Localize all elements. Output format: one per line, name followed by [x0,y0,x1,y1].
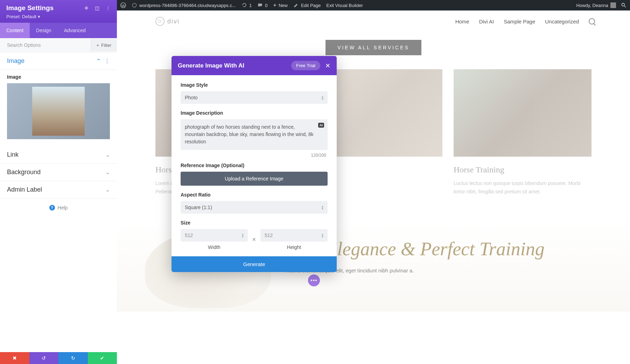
comments-link[interactable]: 0 [257,2,267,8]
chevron-up-icon[interactable]: ⌃ [96,58,101,64]
search-icon[interactable] [589,18,595,24]
char-counter: 120/200 [181,153,328,158]
label-aspect: Aspect Ratio [181,192,328,198]
avatar [610,2,616,8]
free-trial-button[interactable]: Free Trial [291,61,320,70]
preset-dropdown[interactable]: Preset: Default▾ [6,14,111,19]
chevron-down-icon[interactable]: ⌄ [105,169,110,176]
section-background[interactable]: Background [7,169,41,176]
chevron-down-icon[interactable]: ⌄ [105,151,110,158]
card: Horse Training Luctus lectus non quisque… [454,69,592,196]
label-ref-image: Reference Image (Optional) [181,163,328,168]
expand-icon[interactable]: ◫ [95,5,99,11]
stepper-icon[interactable]: ▴▾ [322,233,323,238]
wp-logo-icon[interactable] [120,2,126,8]
close-icon[interactable]: ✕ [325,62,330,70]
ai-badge[interactable]: AI [318,123,324,128]
nav-home[interactable]: Home [455,19,469,24]
aspect-ratio-select[interactable]: Square (1:1)▴▾ [181,201,328,214]
plus-icon: + [97,43,99,48]
image-desc-textarea[interactable] [181,119,328,150]
settings-panel: Image Settings ⁜ ◫ ⋮ Preset: Default▾ Co… [0,0,117,364]
times-icon: ✕ [252,237,256,242]
height-input[interactable]: 512▴▾ [260,229,328,242]
focus-icon[interactable]: ⁜ [84,5,89,11]
nav-uncategorized[interactable]: Uncategorized [545,19,579,24]
save-button[interactable]: ✔ [88,352,117,364]
view-services-button[interactable]: VIEW ALL SERVICES [326,40,421,55]
site-logo[interactable]: D divi [155,17,180,26]
image-thumbnail [32,87,85,136]
kebab-icon[interactable]: ⋮ [106,5,111,11]
height-label: Height [260,244,328,250]
stepper-icon[interactable]: ▴▾ [242,233,244,238]
generate-button[interactable]: Generate [172,256,337,272]
logo-icon: D [155,17,164,26]
redo-button[interactable]: ↻ [58,352,88,364]
howdy-user[interactable]: Howdy, Deanna [576,2,616,8]
site-link[interactable]: wordpress-784896-3766464.cloudwaysapps.c… [132,2,236,8]
help-icon: ? [49,205,55,210]
panel-footer: ✖ ↺ ↻ ✔ [0,352,117,364]
label-image-style: Image Style [181,82,328,88]
nav-divi-ai[interactable]: Divi AI [479,19,494,24]
upload-reference-button[interactable]: Upload a Reference Image [181,172,328,186]
edit-page-link[interactable]: Edit Page [293,2,321,8]
select-arrows-icon: ▴▾ [322,95,323,100]
image-field-label: Image [7,74,110,80]
tab-advanced[interactable]: Advanced [58,23,92,38]
section-link[interactable]: Link [7,151,19,158]
cancel-button[interactable]: ✖ [0,352,29,364]
site-nav: D divi Home Divi AI Sample Page Uncatego… [117,10,630,33]
svg-point-1 [132,3,136,7]
ai-modal: Generate Image With AI Free Trial ✕ Imag… [172,56,337,272]
revisions-link[interactable]: 1 [241,2,252,8]
image-style-select[interactable]: Photo▴▾ [181,91,328,104]
settings-tabs: Content Design Advanced [0,23,117,38]
filter-button[interactable]: +Filter [91,39,117,51]
tab-content[interactable]: Content [0,23,30,38]
kebab-icon[interactable]: ⋮ [104,58,110,64]
width-label: Width [181,244,248,250]
panel-title: Image Settings [6,4,54,12]
help-link[interactable]: ?Help [0,199,117,217]
chevron-down-icon[interactable]: ⌄ [105,186,110,193]
section-image[interactable]: Image [7,57,24,65]
card-image [454,69,592,157]
new-link[interactable]: +New [273,2,288,8]
wp-admin-bar: wordpress-784896-3766464.cloudwaysapps.c… [117,0,630,10]
section-admin-label[interactable]: Admin Label [7,186,42,193]
ai-modal-title: Generate Image With AI [178,62,244,69]
undo-button[interactable]: ↺ [29,352,59,364]
width-input[interactable]: 512▴▾ [181,229,248,242]
chevron-down-icon: ▾ [38,14,40,19]
card-text: Luctus lectus non quisque turpis bibendu… [454,179,592,196]
label-image-desc: Image Description [181,110,328,116]
tab-design[interactable]: Design [30,23,58,38]
svg-point-2 [622,3,624,6]
wp-search-icon[interactable] [621,2,626,8]
select-arrows-icon: ▴▾ [322,205,323,210]
card-title: Horse Training [454,165,592,174]
nav-sample[interactable]: Sample Page [504,19,535,24]
label-size: Size [181,220,328,226]
image-preview[interactable] [7,83,110,139]
exit-builder-link[interactable]: Exit Visual Builder [326,3,363,8]
fab-more-button[interactable]: ••• [308,274,320,286]
search-input[interactable]: Search Options [0,38,91,52]
